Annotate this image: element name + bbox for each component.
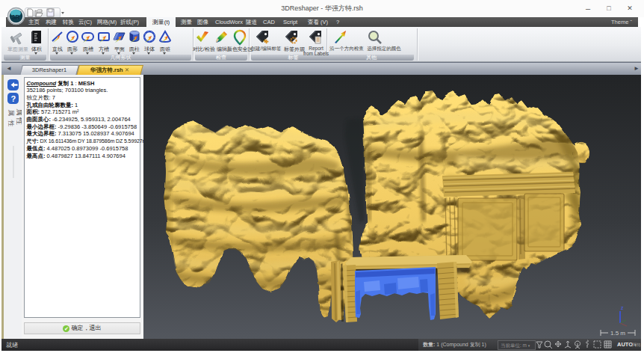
svg-text:1.5 m: 1.5 m (610, 330, 625, 337)
svg-text:?: ? (11, 94, 16, 103)
svg-text:z: z (621, 305, 624, 310)
svg-text:属 性: 属 性 (16, 108, 22, 125)
svg-text:3R: 3R (12, 13, 20, 21)
svg-text:+: + (263, 37, 267, 45)
